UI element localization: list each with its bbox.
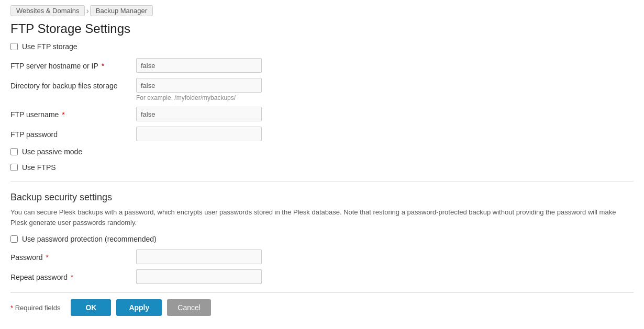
breadcrumb-backup-manager[interactable]: Backup Manager bbox=[90, 5, 153, 16]
breadcrumb-websites-domains[interactable]: Websites & Domains bbox=[10, 5, 85, 16]
ftp-password-label: FTP password bbox=[10, 127, 136, 140]
required-star: * bbox=[10, 304, 13, 312]
password-label: Password * bbox=[10, 249, 136, 263]
required-note: * Required fields bbox=[10, 304, 60, 312]
password-field-group bbox=[136, 249, 262, 264]
password-required: * bbox=[43, 253, 48, 262]
security-description: You can secure Plesk backups with a pass… bbox=[10, 207, 628, 228]
footer-divider bbox=[10, 292, 634, 293]
password-input[interactable] bbox=[136, 249, 262, 264]
directory-row: Directory for backup files storage For e… bbox=[10, 78, 634, 101]
ftp-password-input[interactable] bbox=[136, 127, 262, 141]
ftp-hostname-row: FTP server hostname or IP * bbox=[10, 58, 634, 73]
use-ftps-checkbox[interactable] bbox=[10, 164, 18, 171]
repeat-password-input[interactable] bbox=[136, 269, 262, 284]
repeat-password-row: Repeat password * bbox=[10, 269, 634, 284]
ftp-hostname-input[interactable] bbox=[136, 58, 262, 73]
use-ftp-storage-row: Use FTP storage bbox=[10, 42, 634, 51]
repeat-password-field-group bbox=[136, 269, 262, 284]
apply-button[interactable]: Apply bbox=[116, 299, 162, 316]
directory-label: Directory for backup files storage bbox=[10, 78, 136, 92]
repeat-password-label: Repeat password * bbox=[10, 269, 136, 283]
cancel-button[interactable]: Cancel bbox=[167, 299, 211, 316]
page-title: FTP Storage Settings bbox=[0, 19, 644, 42]
breadcrumb-separator: › bbox=[86, 6, 88, 16]
section-divider bbox=[10, 181, 634, 181]
ftp-username-input[interactable] bbox=[136, 107, 262, 121]
ftp-password-row: FTP password bbox=[10, 127, 634, 141]
use-password-protection-label[interactable]: Use password protection (recommended) bbox=[22, 235, 157, 243]
use-ftp-storage-checkbox[interactable] bbox=[10, 43, 18, 50]
use-passive-mode-checkbox[interactable] bbox=[10, 148, 18, 155]
breadcrumb: Websites & Domains › Backup Manager bbox=[0, 0, 644, 19]
password-row: Password * bbox=[10, 249, 634, 264]
use-ftp-storage-label[interactable]: Use FTP storage bbox=[22, 42, 77, 51]
ftp-username-label: FTP username * bbox=[10, 107, 136, 120]
use-passive-mode-label[interactable]: Use passive mode bbox=[22, 148, 82, 156]
ftp-username-required: * bbox=[60, 110, 64, 119]
directory-input[interactable] bbox=[136, 78, 262, 93]
ftp-hostname-field-group bbox=[136, 58, 262, 73]
required-note-text: Required fields bbox=[15, 304, 61, 312]
ftp-hostname-required: * bbox=[99, 62, 104, 70]
directory-hint: For example, /myfolder/mybackups/ bbox=[136, 94, 262, 101]
main-content: Use FTP storage FTP server hostname or I… bbox=[0, 42, 644, 326]
use-passive-mode-row: Use passive mode bbox=[10, 146, 634, 157]
repeat-password-required: * bbox=[69, 273, 73, 281]
ftp-hostname-label: FTP server hostname or IP * bbox=[10, 58, 136, 72]
ftp-password-field-group bbox=[136, 127, 262, 141]
use-ftps-row: Use FTPS bbox=[10, 162, 634, 173]
security-section-title: Backup security settings bbox=[10, 187, 634, 207]
use-password-protection-checkbox[interactable] bbox=[10, 235, 18, 243]
use-ftps-label[interactable]: Use FTPS bbox=[22, 163, 56, 172]
use-password-protection-row: Use password protection (recommended) bbox=[10, 234, 634, 244]
ftp-username-row: FTP username * bbox=[10, 107, 634, 121]
footer-row: * Required fields OK Apply Cancel bbox=[10, 299, 634, 316]
directory-field-group: For example, /myfolder/mybackups/ bbox=[136, 78, 262, 101]
ok-button[interactable]: OK bbox=[71, 299, 111, 316]
ftp-username-field-group bbox=[136, 107, 262, 121]
